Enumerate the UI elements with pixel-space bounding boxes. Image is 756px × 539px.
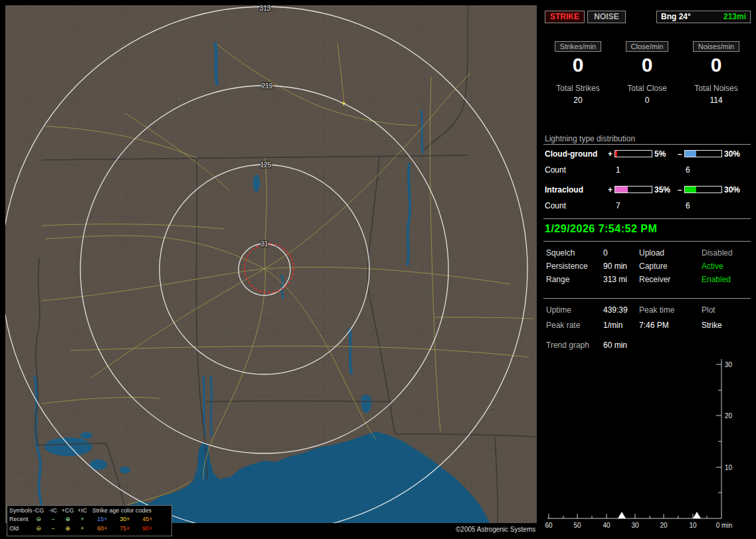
old-pos-ic-icon: + — [75, 525, 90, 532]
plus-sign: + — [608, 185, 613, 194]
trend-graph: 30 20 10 60 50 40 30 20 10 0 min — [543, 352, 751, 539]
divider — [543, 218, 751, 219]
total-close-label: Total Close — [613, 84, 682, 93]
age-code-90: 90+ — [139, 525, 156, 532]
recent-pos-ic-icon: + — [75, 516, 90, 523]
strike-marker-icon: + — [341, 99, 345, 108]
bearing-distance: 213mi — [723, 11, 746, 23]
noises-per-min-value: 0 — [682, 54, 751, 76]
x-tick-label: 50 — [573, 522, 581, 529]
strike-spike — [693, 512, 701, 518]
range-ring-label: 313 — [260, 5, 271, 12]
trend-window-value: 60 min — [603, 341, 627, 350]
squelch-value: 0 — [603, 248, 608, 258]
y-tick-label: 30 — [725, 361, 733, 368]
ic-plus-pct: 35% — [654, 185, 670, 194]
close-per-min-button[interactable]: Close/min — [626, 41, 669, 52]
noises-per-min-button[interactable]: Noises/min — [693, 41, 739, 52]
persistence-value: 90 min — [603, 262, 627, 271]
ic-minus-bar-fill — [685, 187, 696, 193]
capture-label: Capture — [639, 262, 668, 271]
trend-graph-label: Trend graph — [546, 341, 589, 350]
upload-label: Upload — [639, 248, 664, 258]
cg-minus-bar-fill — [685, 151, 696, 157]
cg-plus-count: 1 — [616, 165, 620, 175]
total-strikes-label: Total Strikes — [543, 84, 613, 93]
old-pos-cg-icon: ⊕ — [60, 525, 75, 532]
cloud-ground-label: Cloud-ground — [545, 149, 597, 159]
legend-age-title: Strike age color codes — [92, 507, 151, 514]
range-label: Range — [546, 275, 569, 284]
recent-neg-ic-icon: − — [46, 516, 60, 523]
cg-plus-pct: 5% — [654, 149, 666, 159]
strikes-per-min-column: Strikes/min 0 Total Strikes 20 — [543, 41, 613, 105]
old-neg-ic-icon: − — [46, 525, 60, 532]
legend-col-neg-cg: -CG — [31, 507, 46, 514]
x-tick-label: 60 — [545, 522, 553, 529]
x-tick-label: 20 — [660, 522, 668, 529]
age-code-15: 15+ — [94, 516, 111, 523]
range-value: 313 mi — [603, 275, 627, 284]
total-noises-label: Total Noises — [682, 84, 751, 93]
ic-minus-bar — [684, 186, 722, 193]
cg-minus-bar — [684, 150, 722, 157]
distribution-title: Lightning type distribution — [545, 134, 635, 143]
copyright-text: ©2005 Astrogenic Systems — [456, 526, 535, 533]
uptime-label: Uptime — [546, 305, 571, 315]
cg-minus-count: 6 — [686, 165, 690, 175]
uptime-value: 439:39 — [603, 305, 628, 315]
intracloud-label: Intracloud — [545, 185, 583, 194]
nexstorm-window: + 313 219 125 31 Symbols -CG -IC +CG +IC… — [0, 0, 756, 539]
count-label: Count — [545, 201, 566, 210]
recent-pos-cg-icon: ⊕ — [60, 516, 75, 523]
strikes-per-min-value: 0 — [543, 54, 613, 76]
age-code-45: 45+ — [139, 516, 156, 523]
noise-toggle-button[interactable]: NOISE — [587, 11, 626, 23]
noises-per-min-column: Noises/min 0 Total Noises 114 — [682, 41, 751, 105]
age-code-75: 75+ — [116, 525, 134, 532]
age-code-30: 30+ — [116, 516, 134, 523]
legend-col-neg-ic: -IC — [46, 507, 60, 514]
current-datetime: 1/29/2026 7:54:52 PM — [545, 223, 657, 235]
peak-time-value: 7:46 PM — [639, 321, 669, 330]
minus-sign: – — [678, 149, 682, 159]
bearing-label: Bng 24° — [661, 11, 691, 23]
strikes-per-min-button[interactable]: Strikes/min — [555, 41, 601, 52]
plus-sign: + — [608, 149, 613, 159]
peak-time-label: Peak time — [639, 305, 674, 315]
strike-spike — [618, 512, 626, 518]
total-close-value: 0 — [613, 96, 682, 105]
peak-rate-label: Peak rate — [546, 321, 580, 330]
status-panel: STRIKE NOISE Bng 24° 213mi Strikes/min 0… — [543, 0, 751, 539]
close-per-min-column: Close/min 0 Total Close 0 — [613, 41, 682, 105]
ic-plus-bar-fill — [615, 187, 628, 193]
legend-col-pos-cg: +CG — [60, 507, 75, 514]
legend-old-label: Old — [9, 525, 19, 532]
ic-plus-count: 7 — [616, 201, 620, 210]
lightning-map[interactable]: + 313 219 125 31 — [5, 5, 537, 523]
y-tick-label: 20 — [725, 412, 733, 420]
divider — [543, 241, 751, 242]
squelch-label: Squelch — [546, 248, 575, 258]
total-strikes-value: 20 — [543, 96, 613, 105]
cg-plus-bar — [614, 150, 652, 157]
ic-minus-count: 6 — [686, 201, 690, 210]
y-tick-label: 10 — [725, 464, 733, 471]
capture-status: Active — [702, 262, 723, 271]
total-noises-value: 114 — [682, 96, 751, 105]
receiver-status: Enabled — [702, 275, 731, 284]
bearing-readout: Bng 24° 213mi — [656, 11, 751, 23]
upload-status: Disabled — [702, 248, 733, 258]
divider — [543, 298, 751, 299]
receiver-label: Receiver — [639, 275, 670, 284]
recent-neg-cg-icon: ⊖ — [31, 516, 46, 523]
age-code-60: 60+ — [94, 525, 111, 532]
x-tick-label: 40 — [603, 522, 611, 529]
range-ring-label: 219 — [262, 82, 273, 90]
ic-plus-bar — [614, 186, 652, 193]
cg-minus-pct: 30% — [724, 149, 740, 159]
old-neg-cg-icon: ⊖ — [31, 525, 46, 532]
strike-toggle-button[interactable]: STRIKE — [545, 11, 585, 23]
range-ring-label: 125 — [260, 161, 272, 169]
legend-col-pos-ic: +IC — [75, 507, 90, 514]
